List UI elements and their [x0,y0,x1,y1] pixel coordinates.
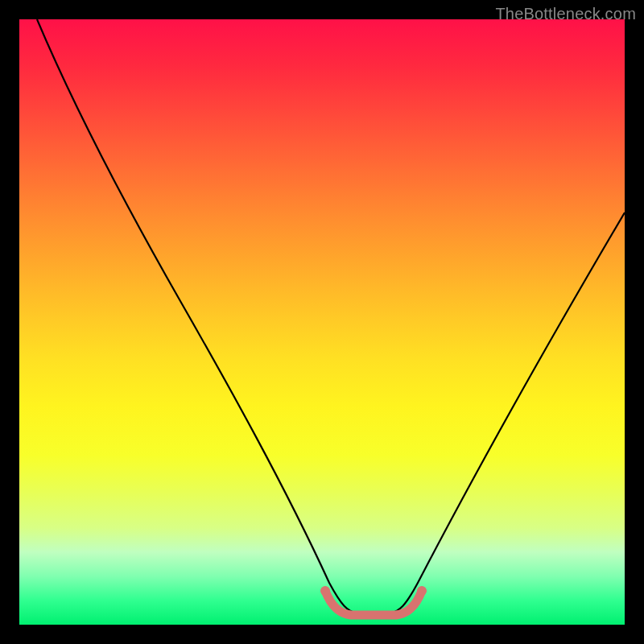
bottleneck-curve-line [37,19,625,613]
chart-svg [19,19,625,625]
watermark-text: TheBottleneck.com [495,5,636,23]
optimal-marker-dot-right [417,586,427,596]
chart-plot-area [19,19,625,625]
optimal-marker-dot-left [320,586,330,596]
optimal-zone-marker-line [325,591,422,615]
